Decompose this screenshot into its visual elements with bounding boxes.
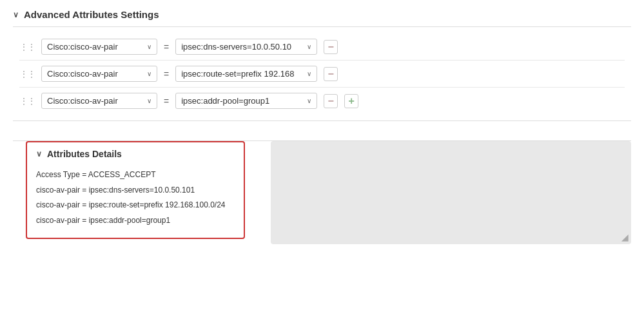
select-chevron-icon-2: ∨ — [147, 70, 151, 77]
table-row: ⋮⋮ Cisco:cisco-av-pair ∨ = ipsec:dns-ser… — [19, 34, 625, 61]
advanced-section-header: ∨ Advanced Attributes Settings — [0, 0, 644, 26]
minus-icon-3: − — [328, 96, 334, 106]
attribute-select-1[interactable]: Cisco:cisco-av-pair ∨ — [41, 39, 157, 55]
details-chevron-icon[interactable]: ∨ — [36, 149, 42, 158]
select-chevron-icon-3: ∨ — [147, 97, 151, 104]
attribute-select-1-value: Cisco:cisco-av-pair — [47, 42, 118, 52]
gray-content-area: ◢ — [271, 141, 631, 244]
details-body: Access Type = ACCESS_ACCEPT cisco-av-pai… — [27, 164, 244, 238]
add-row-button[interactable]: + — [344, 94, 358, 108]
spacer — [0, 121, 644, 140]
value-select-2[interactable]: ipsec:route-set=prefix 192.168 ∨ — [175, 66, 317, 82]
remove-row-2-button[interactable]: − — [324, 67, 338, 81]
advanced-section-title: Advanced Attributes Settings — [24, 9, 159, 20]
attribute-select-3[interactable]: Cisco:cisco-av-pair ∨ — [41, 93, 157, 109]
details-line-1: Access Type = ACCESS_ACCEPT — [36, 168, 235, 182]
plus-icon: + — [349, 96, 355, 106]
value-chevron-icon-2: ∨ — [307, 70, 311, 77]
table-row: ⋮⋮ Cisco:cisco-av-pair ∨ = ipsec:addr-po… — [19, 88, 625, 114]
value-chevron-icon-1: ∨ — [307, 43, 311, 50]
advanced-chevron-icon[interactable]: ∨ — [13, 10, 19, 19]
page: ∨ Advanced Attributes Settings ⋮⋮ Cisco:… — [0, 0, 644, 335]
drag-handle-icon[interactable]: ⋮⋮ — [19, 97, 35, 106]
details-section-title: Attributes Details — [47, 149, 122, 159]
details-section-header: ∨ Attributes Details — [27, 142, 244, 164]
attribute-rows-container: ⋮⋮ Cisco:cisco-av-pair ∨ = ipsec:dns-ser… — [0, 27, 644, 120]
equals-sign-2: = — [164, 69, 169, 79]
value-select-1-text: ipsec:dns-servers=10.0.50.10 — [181, 42, 291, 52]
minus-icon-1: − — [328, 42, 334, 52]
details-line-3: cisco-av-pair = ipsec:route-set=prefix 1… — [36, 198, 235, 213]
remove-row-3-button[interactable]: − — [324, 94, 338, 108]
attribute-select-2-value: Cisco:cisco-av-pair — [47, 69, 118, 79]
table-row: ⋮⋮ Cisco:cisco-av-pair ∨ = ipsec:route-s… — [19, 61, 625, 88]
attribute-select-2[interactable]: Cisco:cisco-av-pair ∨ — [41, 66, 157, 82]
value-select-1[interactable]: ipsec:dns-servers=10.0.50.10 ∨ — [175, 39, 317, 55]
equals-sign-3: = — [164, 96, 169, 106]
remove-row-1-button[interactable]: − — [324, 40, 338, 54]
attribute-select-3-value: Cisco:cisco-av-pair — [47, 96, 118, 106]
minus-icon-2: − — [328, 69, 334, 79]
drag-handle-icon[interactable]: ⋮⋮ — [19, 43, 35, 52]
value-select-3[interactable]: ipsec:addr-pool=group1 ∨ — [175, 93, 317, 109]
details-line-2: cisco-av-pair = ipsec:dns-servers=10.0.5… — [36, 184, 235, 198]
details-line-4: cisco-av-pair = ipsec:addr-pool=group1 — [36, 214, 235, 228]
equals-sign-1: = — [164, 42, 169, 52]
select-chevron-icon-1: ∨ — [147, 43, 151, 50]
value-chevron-icon-3: ∨ — [307, 97, 311, 104]
drag-handle-icon[interactable]: ⋮⋮ — [19, 70, 35, 79]
attributes-details-panel: ∨ Attributes Details Access Type = ACCES… — [26, 141, 245, 239]
bottom-content-area: ∨ Attributes Details Access Type = ACCES… — [0, 141, 644, 265]
value-select-2-text: ipsec:route-set=prefix 192.168 — [181, 69, 294, 79]
value-select-3-text: ipsec:addr-pool=group1 — [181, 96, 269, 106]
resize-handle-icon[interactable]: ◢ — [621, 233, 629, 242]
